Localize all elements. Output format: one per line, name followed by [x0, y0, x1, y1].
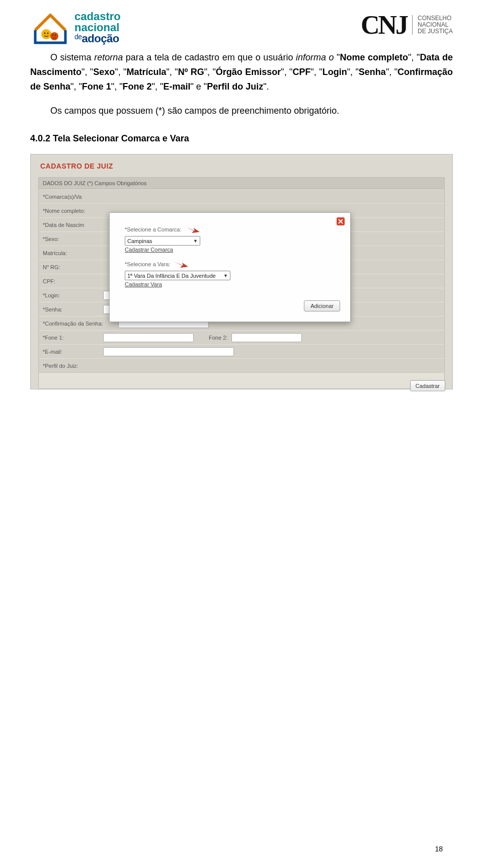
- cadastrar-button[interactable]: Cadastrar: [410, 380, 445, 391]
- logo-line2: nacional: [74, 22, 121, 33]
- paragraph-1: O sistema retorna para a tela de cadastr…: [30, 50, 453, 94]
- page-number: 18: [435, 845, 443, 853]
- row-fone: *Fone 1: Fone 2:: [39, 330, 444, 344]
- row-perfil: *Perfil do Juiz:: [39, 358, 444, 372]
- form-title: CADASTRO DE JUIZ: [38, 162, 445, 170]
- select-comarca-vara-modal: *Selecione a Comarca: Campinas▼ Cadastra…: [109, 212, 351, 322]
- cnj-name: CONSELHO NACIONAL DE JUSTIÇA: [412, 15, 453, 35]
- logo-cna: cadastro nacional deadoção: [30, 10, 121, 45]
- label-select-vara: *Selecione a Vara:: [125, 260, 340, 269]
- house-family-icon: [30, 10, 70, 45]
- panel-header: DADOS DO JUIZ (*) Campos Obrigatórios: [39, 178, 444, 189]
- logo-line3: deadoção: [74, 33, 121, 44]
- svg-point-5: [55, 35, 56, 36]
- section-heading: 4.0.2 Tela Selecionar Comarca e Vara: [30, 133, 453, 144]
- label-select-comarca: *Selecione a Comarca:: [125, 225, 340, 234]
- svg-point-1: [44, 33, 46, 34]
- chevron-down-icon: ▼: [193, 239, 198, 244]
- svg-point-2: [47, 33, 49, 34]
- form-rows: *Comarca(s)/Va *Nome completo: *Data de …: [39, 189, 444, 388]
- email-input[interactable]: [103, 347, 234, 356]
- cnj-acronym: CNJ: [361, 10, 407, 40]
- svg-point-4: [52, 35, 53, 36]
- adicionar-button[interactable]: Adicionar: [304, 300, 340, 311]
- header-logos: cadastro nacional deadoção CNJ CONSELHO …: [30, 10, 453, 45]
- panel-footer: Cadastrar: [39, 372, 444, 388]
- paragraph-2: Os campos que possuem (*) são campos de …: [30, 104, 453, 118]
- logo-line1: cadastro: [74, 11, 121, 22]
- svg-point-3: [50, 32, 58, 40]
- logo-cnj: CNJ CONSELHO NACIONAL DE JUSTIÇA: [361, 10, 453, 40]
- vara-select[interactable]: 1ª Vara Da Infância E Da Juventude▼: [125, 271, 230, 280]
- chevron-down-icon: ▼: [223, 273, 228, 278]
- cadastrar-comarca-link[interactable]: Cadastrar Comarca: [125, 247, 340, 253]
- row-email: *E-mail:: [39, 344, 444, 358]
- fone2-input[interactable]: [231, 333, 302, 342]
- fone1-input[interactable]: [103, 333, 194, 342]
- cadastrar-vara-link[interactable]: Cadastrar Vara: [125, 281, 340, 287]
- embedded-screenshot: CADASTRO DE JUIZ DADOS DO JUIZ (*) Campo…: [30, 154, 453, 389]
- row-comarca: *Comarca(s)/Va: [39, 189, 444, 203]
- arrow-icon: [173, 260, 189, 269]
- form-panel: DADOS DO JUIZ (*) Campos Obrigatórios *C…: [38, 177, 445, 389]
- arrow-icon: [185, 225, 201, 234]
- svg-point-0: [41, 29, 51, 39]
- comarca-select[interactable]: Campinas▼: [125, 236, 200, 246]
- close-icon[interactable]: [336, 217, 345, 226]
- logo-cna-text: cadastro nacional deadoção: [74, 11, 121, 44]
